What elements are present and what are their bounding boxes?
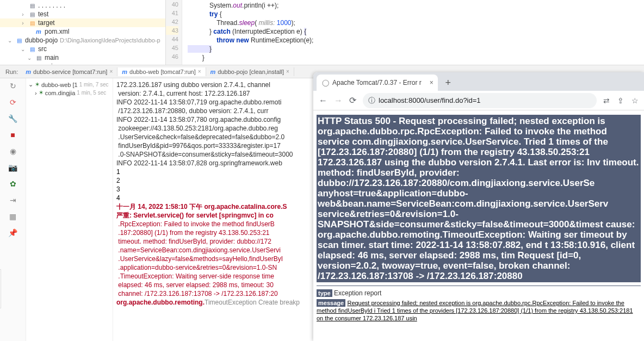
maven-icon: m — [122, 69, 127, 75]
folder-icon: ▤ — [41, 63, 49, 65]
browser-tabstrip: ◯ Apache Tomcat/7.0.37 - Error r × + — [313, 72, 644, 91]
folder-icon: ▤ — [28, 45, 36, 53]
maven-icon: m — [26, 69, 31, 75]
attach-icon[interactable]: ⟳ — [10, 98, 16, 107]
spinner-icon: ✶ — [35, 81, 40, 88]
chevron-down-icon[interactable]: ⌄ — [33, 64, 39, 65]
tree-item-main[interactable]: ⌄▤main — [0, 53, 165, 62]
close-icon[interactable]: × — [286, 69, 289, 75]
tree-item[interactable]: ▤. . . . . . . . — [0, 1, 165, 10]
maven-icon: m — [35, 28, 42, 35]
chevron-right-icon[interactable]: › — [20, 11, 26, 17]
close-icon[interactable]: × — [109, 69, 113, 75]
camera-icon[interactable]: 📷 — [8, 163, 17, 172]
wrench-icon[interactable]: 🔧 — [8, 114, 17, 123]
run-tab-web[interactable]: mdubbo-web [tomcat7:run]× — [117, 67, 206, 76]
close-icon[interactable]: × — [430, 79, 434, 86]
new-tab-button[interactable]: + — [441, 76, 455, 90]
editor-gutter: 404142 43444546 — [166, 0, 182, 65]
tree-item-pom[interactable]: mpom.xml — [0, 27, 165, 36]
layout-icon[interactable]: ⇥ — [10, 196, 16, 204]
spinner-icon: ✶ — [39, 89, 44, 96]
chevron-down-icon[interactable]: ⌄ — [28, 81, 33, 88]
code-editor[interactable]: System.out.println(i ++); try { Thread.s… — [182, 0, 644, 65]
inspect-icon[interactable]: ◉ — [10, 147, 16, 156]
address-bar[interactable]: ⓘ localhost:8000/user/find.do?id=1 — [363, 93, 597, 108]
pin-icon[interactable]: 📌 — [8, 228, 17, 237]
run-tab-service[interactable]: mdubbo-service [tomcat7:run]× — [21, 67, 117, 76]
browser-toolbar: ← → ⟳ ⓘ localhost:8000/user/find.do?id=1… — [313, 91, 644, 110]
divider — [317, 286, 641, 286]
run-tab-pojo[interactable]: mdubbo-pojo [clean,install]× — [206, 67, 294, 76]
chevron-down-icon[interactable]: ⌄ — [7, 38, 13, 44]
grid-icon[interactable]: ▦ — [9, 212, 16, 221]
close-icon[interactable]: × — [198, 69, 201, 75]
chevron-right-icon[interactable]: › — [35, 90, 37, 96]
folder-icon: ▤ — [35, 54, 42, 61]
reload-icon[interactable]: ⟳ — [349, 95, 356, 106]
gear-icon[interactable]: ✿ — [10, 179, 16, 188]
folder-icon: ▤ — [28, 19, 36, 27]
chevron-down-icon[interactable]: ⌄ — [20, 46, 26, 52]
type-badge: type — [317, 289, 332, 297]
maven-icon: m — [210, 69, 216, 75]
share-icon[interactable]: ⇪ — [617, 96, 624, 105]
tree-item-dubbo-pojo[interactable]: ⌄▤dubbo-pojoD:\DingJiaxiong\IdeaProjects… — [0, 36, 165, 45]
back-icon[interactable]: ← — [319, 96, 327, 106]
browser-tab[interactable]: ◯ Apache Tomcat/7.0.37 - Error r × — [317, 75, 438, 91]
run-label: Run: — [2, 69, 21, 75]
bookmarks-tab[interactable]: Bookmarks — [0, 269, 1, 308]
run-tree[interactable]: ⌄✶dubbo-web [11 min, 7 sec ›✶com.dingjia… — [26, 78, 113, 341]
chevron-right-icon[interactable]: › — [20, 20, 26, 26]
star-icon[interactable]: ☆ — [631, 96, 639, 105]
project-tree[interactable]: ▤. . . . . . . . ›▤test ›▤target mpom.xm… — [0, 0, 166, 65]
module-icon: ▤ — [15, 36, 23, 44]
info-icon[interactable]: ⓘ — [368, 96, 375, 106]
tree-item-java[interactable]: ⌄▤java — [0, 62, 165, 65]
chevron-down-icon[interactable]: ⌄ — [26, 55, 33, 61]
browser-window: ◯ Apache Tomcat/7.0.37 - Error r × + ← →… — [313, 72, 644, 341]
run-tree-root[interactable]: ⌄✶dubbo-web [11 min, 7 sec — [27, 80, 112, 89]
tree-item-test[interactable]: ›▤test — [0, 10, 165, 18]
tree-item-src[interactable]: ⌄▤src — [0, 45, 165, 53]
tree-item-target[interactable]: ›▤target — [0, 18, 165, 27]
page-icon: ◯ — [322, 79, 329, 86]
run-toolbar: ↻ ⟳ 🔧 ■ ◉ 📷 ✿ ⇥ ▦ 📌 — [0, 78, 26, 341]
rerun-icon[interactable]: ↻ — [10, 82, 16, 90]
translate-icon[interactable]: ⇄ — [603, 96, 610, 105]
structure-tab[interactable]: ucture — [0, 314, 1, 340]
message-badge: message — [317, 299, 345, 307]
forward-icon: → — [334, 96, 343, 106]
stop-icon[interactable]: ■ — [10, 131, 15, 139]
folder-icon: ▤ — [28, 10, 36, 18]
error-heading: HTTP Status 500 - Request processing fai… — [317, 115, 641, 282]
browser-content: HTTP Status 500 - Request processing fai… — [313, 110, 644, 341]
run-tree-child[interactable]: ›✶com.dingjia1 min, 5 sec — [27, 89, 112, 97]
